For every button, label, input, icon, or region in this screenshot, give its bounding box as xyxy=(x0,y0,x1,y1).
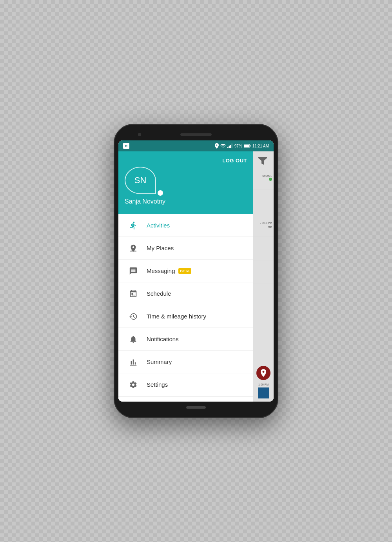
header-top-row: LOG OUT xyxy=(125,158,247,164)
beta-badge: BETA xyxy=(178,268,192,274)
menu-item-messaging[interactable]: Messaging BETA xyxy=(118,260,253,282)
user-name: Sanja Novotny xyxy=(125,198,247,205)
phone-device: R 97% xyxy=(114,124,278,418)
filter-icon[interactable] xyxy=(258,157,267,165)
battery-percentage: 97% xyxy=(234,144,242,148)
battery-icon xyxy=(244,144,251,148)
navigation-drawer: LOG OUT SN Sanja Novotny xyxy=(118,151,253,402)
menu-item-activities[interactable]: Activities xyxy=(118,214,253,237)
avatar-initials: SN xyxy=(134,175,147,186)
activities-icon xyxy=(126,221,140,230)
svg-rect-3 xyxy=(231,144,232,148)
app-notification-icon: R xyxy=(123,143,129,149)
home-button[interactable] xyxy=(186,406,206,409)
menu-item-summary[interactable]: Summary xyxy=(118,351,253,373)
settings-label: Settings xyxy=(147,381,168,388)
places-icon xyxy=(126,244,140,253)
phone-screen: R 97% xyxy=(118,140,274,402)
camera xyxy=(138,133,141,136)
menu-item-notifications[interactable]: Notifications xyxy=(118,328,253,351)
location-status-icon xyxy=(215,143,219,149)
wifi-status-icon xyxy=(220,144,226,148)
status-left: R xyxy=(123,143,129,149)
schedule-icon: 31 xyxy=(126,289,140,298)
signal-status-icon xyxy=(227,144,233,148)
speaker xyxy=(180,133,212,136)
blue-square-indicator xyxy=(258,387,269,398)
svg-rect-2 xyxy=(230,145,231,148)
system-health-footer[interactable]: System health xyxy=(118,396,253,402)
time-mileage-label: Time & mileage history xyxy=(147,313,206,320)
avatar: SN xyxy=(125,167,156,194)
settings-icon xyxy=(126,380,140,389)
location-fab-button[interactable] xyxy=(256,366,270,380)
activities-label: Activities xyxy=(147,222,170,229)
history-icon xyxy=(126,312,140,321)
avatar-dot xyxy=(158,190,163,196)
schedule-label: Schedule xyxy=(147,290,171,297)
status-bar: R 97% xyxy=(118,140,274,151)
logout-button[interactable]: LOG OUT xyxy=(222,158,247,164)
messaging-label: Messaging xyxy=(147,267,175,274)
svg-rect-0 xyxy=(227,147,229,148)
menu-item-time-mileage[interactable]: Time & mileage history xyxy=(118,305,253,328)
menu-item-settings[interactable]: Settings xyxy=(118,373,253,396)
svg-rect-1 xyxy=(229,146,230,149)
svg-rect-7 xyxy=(130,251,137,251)
avatar-container: SN xyxy=(125,167,247,194)
svg-rect-8 xyxy=(131,249,136,250)
summary-label: Summary xyxy=(147,358,172,365)
menu-item-my-places[interactable]: My Places xyxy=(118,237,253,260)
drawer-header: LOG OUT SN Sanja Novotny xyxy=(118,151,253,214)
places-label: My Places xyxy=(147,245,174,251)
summary-icon xyxy=(126,358,140,366)
notifications-label: Notifications xyxy=(147,336,179,342)
menu-list: Activities My Places xyxy=(118,214,253,402)
svg-text:31: 31 xyxy=(132,293,134,296)
background-app-content: :19 AM - - 3:13 PMmin 1:00 PM xyxy=(253,151,274,402)
menu-item-schedule[interactable]: 31 Schedule xyxy=(118,282,253,305)
phone-bottom xyxy=(118,402,274,413)
phone-top xyxy=(118,129,274,140)
svg-rect-5 xyxy=(250,146,250,147)
status-right: 97% 11:21 AM xyxy=(215,143,269,149)
notifications-icon xyxy=(126,335,140,344)
messaging-icon xyxy=(126,267,140,275)
clock-time: 11:21 AM xyxy=(252,144,269,148)
svg-rect-6 xyxy=(244,145,249,147)
